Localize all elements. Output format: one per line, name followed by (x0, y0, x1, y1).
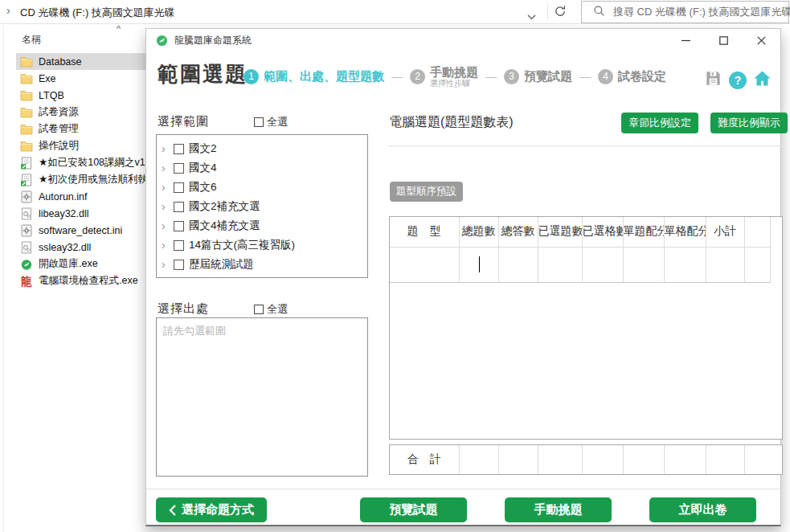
range-select-all[interactable]: 全選 (254, 115, 288, 129)
checkbox[interactable] (174, 202, 184, 212)
table-cell[interactable] (706, 247, 744, 282)
table-cell[interactable] (538, 247, 582, 282)
close-button[interactable] (743, 29, 780, 51)
computer-select-heading: 電腦選題(題型題數表) (389, 114, 514, 131)
folder-icon (20, 140, 33, 153)
step-4-label: 試卷設定 (618, 69, 666, 84)
total-row: 合 計 (390, 445, 782, 474)
step-3-label: 預覽試題 (524, 69, 572, 84)
tree-item[interactable]: ›國文4 (162, 158, 367, 178)
dll-icon (20, 207, 33, 220)
breadcrumb[interactable]: CD 光碟機 (F:) 技高國文題庫光碟 (20, 6, 175, 20)
folder-icon (20, 123, 33, 136)
expander-icon[interactable]: › (162, 259, 169, 270)
checkbox[interactable] (174, 260, 184, 270)
preview-questions-button[interactable]: 預覽試題 (360, 497, 467, 522)
file-name: 試卷資源 (39, 105, 79, 119)
file-name: Exe (39, 73, 56, 84)
source-select-all[interactable]: 全選 (254, 302, 288, 317)
search-input[interactable]: 搜尋 CD 光碟機 (F:) 技高國文題庫光碟 (581, 1, 789, 23)
address-dropdown-icon[interactable] (527, 9, 536, 23)
name-column-header[interactable]: 名稱 (22, 33, 41, 47)
tree-item[interactable]: ›國文2 (162, 139, 367, 158)
dialog-titlebar[interactable]: 龍騰題庫命題系統 (146, 29, 780, 51)
step-2[interactable]: 2 手動挑題 選擇性步驟 (410, 65, 478, 88)
chapter-ratio-button[interactable]: 章節比例設定 (621, 113, 698, 133)
folder-icon (20, 89, 33, 102)
search-placeholder: 搜尋 CD 光碟機 (F:) 技高國文題庫光碟 (613, 5, 790, 19)
generate-paper-button[interactable]: 立即出卷 (649, 497, 756, 522)
column-header: 總答數 (498, 217, 538, 247)
step-connector: — (579, 70, 591, 83)
tree-item[interactable]: ›國文2補充文選 (162, 197, 367, 216)
expander-icon[interactable]: › (162, 220, 169, 231)
pane-divider[interactable] (3, 25, 4, 532)
table-cell[interactable] (498, 247, 538, 282)
expander-icon[interactable]: › (162, 182, 169, 193)
question-order-button[interactable]: 題型順序預設 (390, 182, 463, 202)
sort-ascending-icon: ^ (117, 24, 121, 34)
tree-item[interactable]: ›14篇古文(高三複習版) (162, 235, 367, 255)
range-title: 選擇範圍 (158, 114, 209, 129)
expander-icon[interactable]: › (162, 201, 169, 212)
tree-item-label: 國文4補充文選 (189, 219, 260, 233)
tree-item[interactable]: ›國文6 (162, 178, 367, 197)
table-cell[interactable] (390, 247, 459, 282)
expander-icon[interactable]: › (162, 239, 169, 251)
source-listbox[interactable]: 請先勾選範圍 (156, 317, 368, 477)
config-icon (20, 224, 33, 237)
column-header: 總題數 (459, 217, 498, 247)
file-name: Autorun.inf (39, 191, 87, 203)
step-1-label: 範圍、出處、題型題數 (264, 69, 384, 84)
doc-edit-icon (20, 157, 33, 170)
breadcrumb-chevron-icon[interactable]: › (6, 4, 10, 17)
checkbox[interactable] (174, 182, 184, 193)
file-name: LTQB (39, 90, 64, 101)
checkbox[interactable] (174, 144, 184, 154)
dialog-title: 龍騰題庫命題系統 (174, 34, 252, 47)
table-cell[interactable] (459, 247, 498, 282)
source-placeholder: 請先勾選範圍 (163, 325, 226, 337)
home-icon[interactable] (753, 69, 772, 91)
file-name: 電腦環境檢查程式.exe (39, 274, 138, 288)
total-row-container: 合 計 (389, 444, 783, 475)
tree-item[interactable]: ›歷屆統測試題 (162, 255, 367, 274)
dll-icon (20, 241, 33, 254)
tree-item[interactable]: ›國文4補充文選 (162, 216, 367, 235)
expander-icon[interactable]: › (162, 162, 169, 174)
checkbox[interactable] (174, 221, 184, 231)
step-indicator: 1 範圍、出處、題型題數 — 2 手動挑題 選擇性步驟 — 3 預覽試題 — 4… (244, 65, 666, 88)
tree-item-label: 14篇古文(高三複習版) (189, 238, 295, 252)
manual-pick-button[interactable]: 手動挑題 (505, 497, 612, 522)
step-3[interactable]: 3 預覽試題 (504, 69, 572, 84)
folder-icon (20, 72, 33, 85)
step-connector: — (485, 70, 497, 83)
checkbox[interactable] (254, 305, 264, 314)
minimize-button[interactable] (667, 29, 705, 51)
refresh-icon[interactable] (554, 5, 568, 19)
checkbox[interactable] (174, 163, 184, 174)
step-4[interactable]: 4 試卷設定 (598, 69, 666, 84)
step-1[interactable]: 1 範圍、出處、題型題數 (244, 69, 384, 84)
file-name: ★如已安裝108課綱之v1.0 (39, 156, 153, 170)
back-button[interactable]: 選擇命題方式 (156, 497, 267, 522)
checkbox[interactable] (174, 240, 184, 251)
table-cell[interactable] (582, 247, 623, 282)
search-icon (593, 5, 605, 20)
checkbox[interactable] (254, 117, 264, 127)
question-bank-dialog: 龍騰題庫命題系統 範圍選題 1 範圍、出處、題型題數 — 2 (145, 28, 781, 526)
table-cell[interactable] (623, 247, 664, 282)
select-all-label: 全選 (267, 115, 288, 129)
footer-divider (146, 489, 780, 489)
expander-icon[interactable]: › (162, 143, 169, 154)
explorer-toolbar: › CD 光碟機 (F:) 技高國文題庫光碟 搜尋 CD 光碟機 (F:) 技高… (0, 0, 790, 24)
question-type-table: 題 型總題數總答數已選題數已選格數單題配分單格配分小計 (390, 217, 771, 283)
maximize-button[interactable] (705, 29, 743, 51)
column-header: 已選題數 (538, 217, 582, 247)
save-icon[interactable] (704, 69, 722, 91)
help-icon[interactable]: ? (729, 72, 747, 89)
tree-item-label: 歷屆統測試題 (189, 257, 254, 272)
difficulty-ratio-button[interactable]: 難度比例顯示 (710, 113, 788, 133)
table-cell[interactable] (664, 247, 706, 282)
table-cell[interactable] (744, 247, 770, 282)
